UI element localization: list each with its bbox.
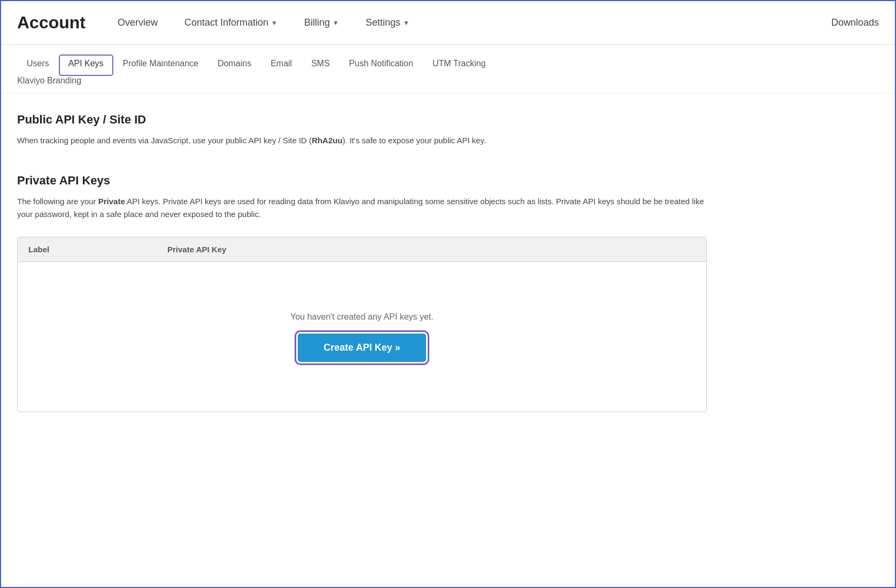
nav-billing[interactable]: Billing ▼ (304, 17, 339, 28)
chevron-down-icon: ▼ (403, 19, 410, 27)
tab-users[interactable]: Users (17, 55, 59, 76)
sub-nav-row1: Users API Keys Profile Maintenance Domai… (1, 45, 895, 76)
tab-push-notification[interactable]: Push Notification (339, 55, 423, 76)
tab-sms[interactable]: SMS (302, 55, 339, 76)
sub-nav: Users API Keys Profile Maintenance Domai… (1, 45, 895, 94)
public-api-section: Public API Key / Site ID When tracking p… (17, 113, 707, 147)
nav-links: Overview Contact Information ▼ Billing ▼… (118, 17, 831, 28)
table-header: Label Private API Key (18, 237, 706, 262)
chevron-down-icon: ▼ (333, 19, 339, 27)
brand-title: Account (17, 13, 86, 33)
table-col-label: Label (28, 245, 167, 254)
public-api-title: Public API Key / Site ID (17, 113, 707, 127)
top-nav: Account Overview Contact Information ▼ B… (1, 1, 895, 45)
public-api-description: When tracking people and events via Java… (17, 134, 707, 147)
private-api-section: Private API Keys The following are your … (17, 174, 707, 412)
api-keys-table: Label Private API Key You haven't create… (17, 237, 707, 412)
chevron-down-icon: ▼ (271, 19, 277, 27)
tab-klaviyo-branding[interactable]: Klaviyo Branding (17, 74, 81, 87)
nav-contact-information[interactable]: Contact Information ▼ (184, 17, 277, 28)
table-col-key: Private API Key (167, 245, 226, 254)
table-body: You haven't created any API keys yet. Cr… (18, 262, 706, 412)
tab-domains[interactable]: Domains (208, 55, 261, 76)
private-api-title: Private API Keys (17, 174, 707, 188)
empty-state-message: You haven't created any API keys yet. (290, 312, 434, 322)
sub-nav-row2: Klaviyo Branding (1, 76, 895, 93)
create-api-key-button[interactable]: Create API Key » (298, 334, 426, 362)
nav-settings[interactable]: Settings ▼ (366, 17, 410, 28)
tab-utm-tracking[interactable]: UTM Tracking (423, 55, 496, 76)
tab-email[interactable]: Email (261, 55, 302, 76)
tab-profile-maintenance[interactable]: Profile Maintenance (113, 55, 208, 76)
main-content: Public API Key / Site ID When tracking p… (1, 94, 723, 428)
nav-downloads[interactable]: Downloads (831, 17, 879, 28)
nav-overview[interactable]: Overview (118, 17, 158, 28)
private-api-description: The following are your Private API keys.… (17, 195, 707, 221)
tab-api-keys[interactable]: API Keys (59, 55, 113, 76)
